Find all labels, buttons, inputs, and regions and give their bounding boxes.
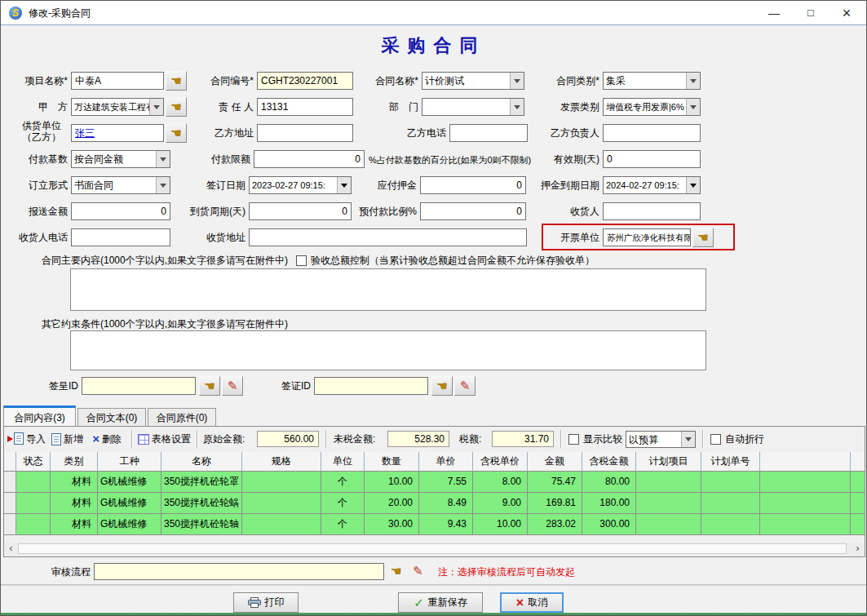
close-button[interactable]: × (832, 1, 861, 25)
cell-plan-no[interactable] (701, 493, 760, 514)
contract-type-select[interactable]: 集采 (603, 72, 701, 90)
qiancheng-id-input[interactable] (82, 377, 196, 395)
payment-base-select[interactable]: 按合同金额 (71, 150, 170, 168)
department-select[interactable] (422, 98, 524, 116)
col-spec[interactable]: 规格 (242, 452, 321, 472)
invoice-unit-input[interactable]: 苏州广欣净化科技有限 (603, 228, 691, 246)
cell-plan-project[interactable] (636, 514, 701, 535)
cell-taxed-unit-price[interactable]: 9.00 (473, 493, 528, 514)
receiver-input[interactable] (603, 202, 701, 220)
project-lookup-button[interactable]: ☚ (166, 71, 187, 91)
col-unit[interactable]: 单位 (321, 452, 365, 472)
qiancheng-clear-button[interactable]: ✎ (222, 376, 243, 396)
cell-category[interactable]: 材料 (51, 493, 98, 514)
maximize-button[interactable]: □ (796, 1, 825, 25)
deposit-due-date-picker[interactable]: 2024-02-27 09:15: (603, 176, 701, 194)
cell-taxed-unit-price[interactable]: 8.00 (473, 472, 528, 493)
col-taxed-amount[interactable]: 含税金额 (582, 452, 636, 472)
cell-unit[interactable]: 个 (321, 514, 365, 535)
compare-mode-select[interactable]: 以预算 (626, 431, 696, 448)
col-quantity[interactable]: 数量 (365, 452, 419, 472)
cell-amount[interactable]: 283.02 (528, 514, 582, 535)
sign-date-picker[interactable]: 2023-02-27 09:15: (249, 176, 352, 194)
qianzheng-id-input[interactable] (314, 377, 428, 395)
cancel-button[interactable]: × 取消 (500, 592, 564, 613)
qiancheng-lookup-button[interactable]: ☚ (199, 376, 220, 396)
report-amount-input[interactable]: 0 (71, 202, 170, 220)
deposit-input[interactable]: 0 (420, 176, 526, 194)
col-name[interactable]: 名称 (161, 452, 242, 472)
cell-name[interactable]: 350搅拌机砼轮蜗 (161, 493, 242, 514)
payment-limit-input[interactable]: 0 (254, 150, 365, 168)
add-row-button[interactable]: 新增 (51, 431, 83, 447)
col-status[interactable]: 状态 (16, 452, 51, 472)
cell-amount[interactable]: 169.81 (528, 493, 582, 514)
cell-unit[interactable]: 个 (321, 472, 365, 493)
show-compare-checkbox[interactable] (568, 434, 579, 445)
delivery-cycle-input[interactable]: 0 (249, 202, 352, 220)
approval-clear-pencil-icon[interactable]: ✎ (413, 564, 423, 578)
col-category[interactable]: 类别 (51, 452, 98, 472)
acceptance-control-checkbox[interactable] (296, 255, 307, 266)
col-plan-no[interactable]: 计划单号 (701, 452, 760, 472)
sign-form-select[interactable]: 书面合同 (71, 176, 170, 194)
cell-plan-no[interactable] (701, 514, 760, 535)
other-terms-textarea[interactable] (70, 330, 706, 370)
invoice-unit-lookup-button[interactable]: ☚ (692, 228, 714, 247)
cell-quantity[interactable]: 30.00 (365, 514, 419, 535)
cell-quantity[interactable]: 20.00 (365, 493, 419, 514)
receive-address-input[interactable] (249, 228, 527, 246)
auto-wrap-checkbox[interactable] (710, 434, 721, 445)
cell-spec[interactable] (242, 514, 321, 535)
cell-taxed-amount[interactable]: 180.00 (582, 493, 636, 514)
cell-worktype[interactable]: G机械维修 (98, 493, 161, 514)
responsible-input[interactable]: 13131 (257, 98, 353, 116)
col-unit-price[interactable]: 单价 (419, 452, 473, 472)
cell-plan-project[interactable] (636, 493, 701, 514)
tab-contract-original[interactable]: 合同原件(0) (148, 408, 216, 427)
party-b-phone-input[interactable] (449, 124, 528, 142)
main-content-textarea[interactable] (70, 268, 706, 311)
row-selector[interactable] (4, 514, 16, 535)
party-a-select[interactable]: 万达建筑安装工程有 (71, 98, 164, 116)
prepay-ratio-input[interactable]: 0 (420, 202, 526, 220)
qianzheng-lookup-button[interactable]: ☚ (431, 376, 453, 396)
grid-settings-button[interactable]: 表格设置 (138, 431, 191, 447)
import-button[interactable]: 导入 (7, 431, 46, 447)
minimize-button[interactable]: — (759, 1, 789, 25)
scroll-right-button[interactable]: › (852, 543, 864, 555)
col-worktype[interactable]: 工种 (98, 452, 161, 472)
table-row[interactable]: 材料 G机械维修 350搅拌机砼轮罩 个 10.00 7.55 8.00 75.… (4, 472, 865, 493)
cell-worktype[interactable]: G机械维修 (98, 514, 161, 535)
table-row[interactable]: 材料 G机械维修 350搅拌机砼轮蜗 个 20.00 8.49 9.00 169… (4, 493, 865, 514)
receiver-phone-input[interactable] (71, 228, 170, 246)
party-a-lookup-button[interactable]: ☚ (166, 97, 187, 117)
cell-spec[interactable] (242, 493, 321, 514)
row-selector[interactable] (4, 493, 16, 514)
invoice-type-select[interactable]: 增值税专用发票|6% (603, 98, 701, 116)
scrollbar-thumb[interactable] (18, 543, 847, 554)
contract-no-input[interactable]: CGHT230227001 (257, 72, 353, 90)
cell-worktype[interactable]: G机械维修 (98, 472, 161, 493)
supplier-input[interactable]: 张三 (71, 124, 164, 142)
supplier-link[interactable]: 张三 (75, 127, 95, 139)
delete-row-button[interactable]: × 删除 (92, 431, 122, 447)
cell-name[interactable]: 350搅拌机砼轮罩 (161, 472, 242, 493)
print-button[interactable]: 打印 (233, 592, 299, 613)
approval-flow-input[interactable] (94, 563, 384, 580)
col-taxed-unit-price[interactable]: 含税单价 (473, 452, 528, 472)
project-name-input[interactable]: 中泰A (71, 72, 164, 90)
cell-unit-price[interactable]: 8.49 (419, 493, 473, 514)
table-row[interactable]: 材料 G机械维修 350搅拌机砼轮轴 个 30.00 9.43 10.00 28… (4, 514, 865, 535)
cell-spec[interactable] (242, 472, 321, 493)
resave-button[interactable]: ✓ 重新保存 (398, 592, 483, 613)
col-plan-project[interactable]: 计划项目 (636, 452, 701, 472)
approval-lookup-hand-icon[interactable]: ☚ (391, 564, 401, 578)
cell-unit[interactable]: 个 (321, 493, 365, 514)
cell-unit-price[interactable]: 9.43 (419, 514, 473, 535)
cell-taxed-unit-price[interactable]: 10.00 (473, 514, 528, 535)
cell-amount[interactable]: 75.47 (528, 472, 582, 493)
cell-status[interactable] (16, 493, 51, 514)
row-selector[interactable] (4, 472, 16, 493)
horizontal-scrollbar[interactable]: ‹ › (5, 543, 864, 555)
